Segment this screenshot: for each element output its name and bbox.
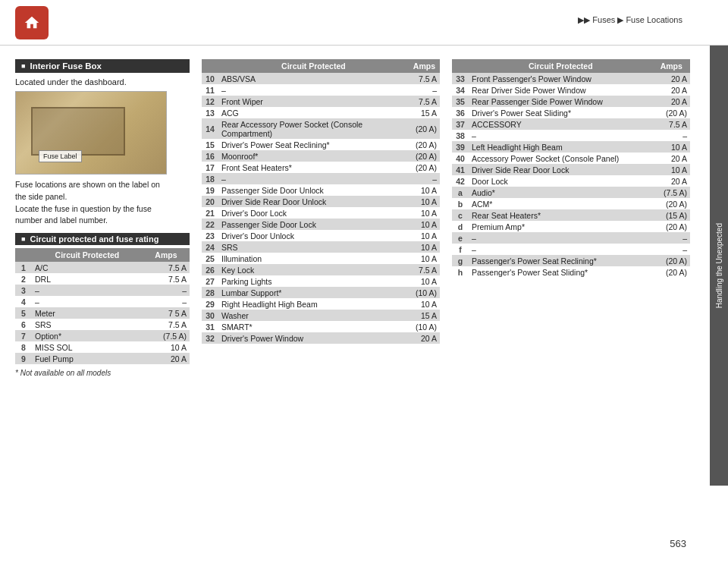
row-circuit: Parking Lights <box>218 275 409 287</box>
row-num: 27 <box>202 275 218 287</box>
row-circuit: A/C <box>32 262 143 273</box>
right-fuse-table: Circuit Protected Amps 33Front Passenger… <box>452 59 690 278</box>
row-amps: 7.5 A <box>653 118 690 130</box>
row-amps: 20 A <box>653 84 690 96</box>
row-circuit: Driver's Power Seat Sliding* <box>469 107 653 118</box>
circuit-fuse-rating-header: Circuit protected and fuse rating <box>15 233 190 245</box>
table-row: 17Front Seat Heaters*(20 A) <box>202 162 440 173</box>
row-num: 22 <box>202 219 218 230</box>
table-row: 11–– <box>202 84 440 96</box>
row-circuit: Front Wiper <box>218 96 409 107</box>
row-amps: – <box>143 296 190 307</box>
col-circuit-left: Circuit Protected <box>32 248 143 262</box>
table-row: f–– <box>452 244 690 255</box>
row-amps: 10 A <box>409 219 440 230</box>
row-circuit: ACM* <box>469 198 653 209</box>
row-circuit: Rear Seat Heaters* <box>469 209 653 221</box>
row-num: 11 <box>202 84 218 96</box>
row-circuit: SMART* <box>218 321 409 332</box>
table-row: 21Driver's Door Lock10 A <box>202 207 440 219</box>
row-circuit: Rear Passenger Side Power Window <box>469 96 653 107</box>
row-amps: 15 A <box>409 310 440 321</box>
row-num: 34 <box>452 84 469 96</box>
row-num: f <box>452 244 469 255</box>
left-panel: Interior Fuse Box Located under the dash… <box>15 59 190 522</box>
middle-panel: Circuit Protected Amps 10ABS/VSA7.5 A11–… <box>202 59 440 522</box>
row-amps: 20 A <box>653 175 690 187</box>
table-row: 37ACCESSORY7.5 A <box>452 118 690 130</box>
row-num: 5 <box>15 307 32 319</box>
table-row: 7Option*(7.5 A) <box>15 330 190 341</box>
row-num: 10 <box>202 73 218 84</box>
col-amps-left: Amps <box>143 248 190 262</box>
row-amps: (7.5 A) <box>143 330 190 341</box>
row-circuit: SRS <box>218 241 409 253</box>
side-tab: Handling the Unexpected <box>710 46 728 486</box>
row-amps: 10 A <box>409 230 440 241</box>
table-row: aAudio*(7.5 A) <box>452 187 690 198</box>
row-circuit: Meter <box>32 307 143 319</box>
row-circuit: Rear Accessory Power Socket (Console Com… <box>218 118 409 139</box>
table-row: e–– <box>452 232 690 244</box>
page-number: 563 <box>670 538 686 549</box>
row-circuit: Rear Driver Side Power Window <box>469 84 653 96</box>
row-amps: (10 A) <box>409 321 440 332</box>
row-amps: (20 A) <box>653 221 690 232</box>
table-row: 35Rear Passenger Side Power Window20 A <box>452 96 690 107</box>
row-amps: 7.5 A <box>143 273 190 285</box>
row-num: 37 <box>452 118 469 130</box>
row-amps: 10 A <box>653 141 690 153</box>
row-num: a <box>452 187 469 198</box>
row-circuit: DRL <box>32 273 143 285</box>
row-amps: (20 A) <box>653 255 690 266</box>
table-row: 3–– <box>15 285 190 296</box>
row-amps: (20 A) <box>409 139 440 150</box>
row-amps: 10 A <box>409 241 440 253</box>
table-row: bACM*(20 A) <box>452 198 690 209</box>
row-num: h <box>452 266 469 278</box>
home-button[interactable] <box>15 6 49 39</box>
table-row: 41Driver Side Rear Door Lock10 A <box>452 164 690 175</box>
row-amps: 10 A <box>653 164 690 175</box>
row-amps: 7.5 A <box>143 262 190 273</box>
row-circuit: Illumination <box>218 253 409 264</box>
row-num: 12 <box>202 96 218 107</box>
row-amps: 10 A <box>409 196 440 207</box>
row-num: c <box>452 209 469 221</box>
row-circuit: – <box>218 84 409 96</box>
row-circuit: Passenger Side Door Lock <box>218 219 409 230</box>
row-num: 9 <box>15 353 32 364</box>
row-circuit: ABS/VSA <box>218 73 409 84</box>
row-num: 32 <box>202 332 218 344</box>
row-amps: 10 A <box>409 275 440 287</box>
table-row: 25Illumination10 A <box>202 253 440 264</box>
row-circuit: MISS SOL <box>32 341 143 353</box>
table-row: 30Washer15 A <box>202 310 440 321</box>
row-num: 30 <box>202 310 218 321</box>
row-amps: – <box>653 130 690 141</box>
row-amps: 10 A <box>409 207 440 219</box>
col-amps-right: Amps <box>653 59 690 73</box>
row-amps: 20 A <box>143 353 190 364</box>
row-num: 35 <box>452 96 469 107</box>
row-num: 39 <box>452 141 469 153</box>
table-row: 31SMART*(10 A) <box>202 321 440 332</box>
row-num: 41 <box>452 164 469 175</box>
table-row: gPassenger's Power Seat Reclining*(20 A) <box>452 255 690 266</box>
table-row: 10ABS/VSA7.5 A <box>202 73 440 84</box>
row-circuit: – <box>218 173 409 184</box>
row-amps: 20 A <box>653 153 690 164</box>
table-row: 2DRL7.5 A <box>15 273 190 285</box>
row-circuit: Right Headlight High Beam <box>218 298 409 310</box>
table-row: 16Moonroof*(20 A) <box>202 150 440 162</box>
row-num: 33 <box>452 73 469 84</box>
row-amps: (20 A) <box>409 162 440 173</box>
row-num: 24 <box>202 241 218 253</box>
row-amps: – <box>409 84 440 96</box>
main-content: Interior Fuse Box Located under the dash… <box>0 46 728 536</box>
row-circuit: Front Seat Heaters* <box>218 162 409 173</box>
row-circuit: Premium Amp* <box>469 221 653 232</box>
row-amps: (20 A) <box>653 107 690 118</box>
row-num: 20 <box>202 196 218 207</box>
table-row: 19Passenger Side Door Unlock10 A <box>202 184 440 196</box>
